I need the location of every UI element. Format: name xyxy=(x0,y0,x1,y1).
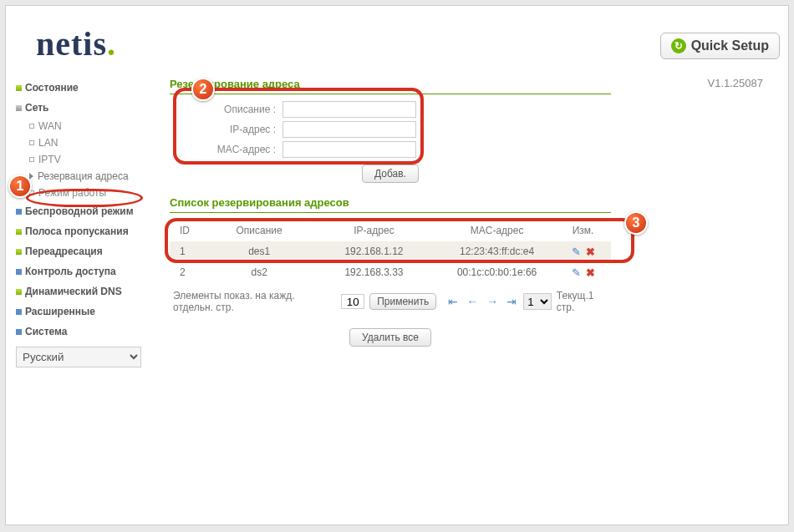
bullet-icon xyxy=(16,289,22,295)
logo: netis. xyxy=(36,24,116,63)
sidebar-sub-item[interactable]: LAN xyxy=(11,134,156,151)
pager-next-icon[interactable]: → xyxy=(485,295,500,308)
sidebar-item-label: Переадресация xyxy=(25,246,103,257)
description-input[interactable] xyxy=(282,101,416,118)
delete-all-button[interactable]: Удалить все xyxy=(349,328,431,347)
bullet-icon xyxy=(16,249,22,255)
square-icon xyxy=(29,140,34,145)
delete-icon[interactable]: ✖ xyxy=(586,246,595,258)
apply-button[interactable]: Применить xyxy=(369,293,436,310)
bullet-icon xyxy=(16,209,22,215)
sidebar-sub-label: WAN xyxy=(38,120,62,132)
sidebar-item-label: Расширенные xyxy=(25,306,95,317)
sidebar-item-label: Состояние xyxy=(25,82,79,94)
sidebar-sub-item[interactable]: WAN xyxy=(11,118,156,134)
bullet-icon xyxy=(16,85,22,91)
table-row: 1des1192.168.1.1212:23:43:ff:dc:e4✎✖ xyxy=(170,241,611,262)
edit-icon[interactable]: ✎ xyxy=(572,246,581,258)
per-page-input[interactable] xyxy=(341,294,364,309)
cell-desc: des1 xyxy=(206,246,313,258)
bullet-icon xyxy=(16,105,22,111)
quick-setup-button[interactable]: ↻ Quick Setup xyxy=(660,33,780,59)
cell-ip: 192.168.3.33 xyxy=(313,266,435,279)
label-mac: MAC-адрес : xyxy=(170,144,282,155)
table-header-row: ID Описание IP-адрес MAC-адрес Изм. xyxy=(170,220,611,241)
sidebar-item-label: Беспроводной режим xyxy=(25,205,134,217)
sidebar: СостояниеСетьWANLANIPTVРезервация адреса… xyxy=(6,63,156,367)
sidebar-item-label: Полоса пропускания xyxy=(25,225,129,237)
sidebar-sub-label: LAN xyxy=(38,137,58,149)
th-ip: IP-адрес xyxy=(313,225,435,236)
pager-first-icon[interactable]: ⇤ xyxy=(446,295,460,308)
label-description: Описание : xyxy=(170,104,282,115)
add-button[interactable]: Добав. xyxy=(362,165,419,183)
annotation-badge-3: 3 xyxy=(624,211,648,235)
ip-input[interactable] xyxy=(282,121,416,138)
per-page-label: Элементы показ. на кажд. отдельн. стр. xyxy=(173,290,336,313)
cell-id: 1 xyxy=(173,246,206,258)
annotation-badge-2: 2 xyxy=(191,78,215,101)
current-page-text: Текущ.1 стр. xyxy=(557,290,608,313)
delete-icon[interactable]: ✖ xyxy=(586,266,595,279)
sidebar-item[interactable]: Система xyxy=(11,322,156,342)
table-row: 2ds2192.168.3.3300:1c:c0:b0:1e:66✎✖ xyxy=(170,262,611,283)
bullet-icon xyxy=(16,309,22,315)
square-icon xyxy=(29,124,34,129)
sidebar-item[interactable]: Беспроводной режим xyxy=(11,201,156,221)
cell-mac: 00:1c:c0:b0:1e:66 xyxy=(435,266,558,279)
th-desc: Описание xyxy=(206,225,313,236)
bullet-icon xyxy=(16,269,22,275)
square-icon xyxy=(29,157,34,162)
mac-input[interactable] xyxy=(282,141,416,158)
sidebar-item-label: Система xyxy=(25,326,68,337)
th-act: Изм. xyxy=(558,225,608,236)
sidebar-item[interactable]: Состояние xyxy=(11,78,156,98)
sidebar-sub-label: IPTV xyxy=(38,154,61,165)
sidebar-sub-label: Резервация адреса xyxy=(38,170,129,182)
bullet-icon xyxy=(16,229,22,235)
refresh-icon: ↻ xyxy=(671,38,686,53)
quick-setup-label: Quick Setup xyxy=(691,38,769,53)
sidebar-item[interactable]: Полоса пропускания xyxy=(11,221,156,241)
sidebar-item[interactable]: Расширенные xyxy=(11,301,156,322)
main-content: Резервирование адреса Описание : IP-адре… xyxy=(156,63,624,367)
cell-mac: 12:23:43:ff:dc:e4 xyxy=(435,246,558,258)
sidebar-item-label: Сеть xyxy=(25,102,48,114)
version-text: V1.1.25087 xyxy=(707,77,763,89)
label-ip: IP-адрес : xyxy=(170,124,282,135)
page-select[interactable]: 1 xyxy=(523,293,552,310)
pager-last-icon[interactable]: ⇥ xyxy=(505,295,518,308)
cell-ip: 192.168.1.12 xyxy=(313,246,435,258)
cell-id: 2 xyxy=(173,266,206,279)
arrow-right-icon xyxy=(29,173,33,180)
sidebar-item-label: Динамический DNS xyxy=(25,286,122,297)
th-mac: MAC-адрес xyxy=(435,225,558,236)
section-reservation-title: Резервирование адреса xyxy=(170,78,611,94)
pager-prev-icon[interactable]: ← xyxy=(465,295,480,308)
sidebar-item[interactable]: Сеть xyxy=(11,98,156,118)
sidebar-sub-item[interactable]: Режим работы xyxy=(11,185,156,201)
cell-desc: ds2 xyxy=(206,266,313,279)
sidebar-sub-item[interactable]: IPTV xyxy=(11,151,156,168)
sidebar-item[interactable]: Динамический DNS xyxy=(11,281,156,301)
sidebar-sub-label: Режим работы xyxy=(38,187,106,199)
section-list-title: Список резервирования адресов xyxy=(170,196,611,213)
bullet-icon xyxy=(16,329,22,335)
edit-icon[interactable]: ✎ xyxy=(572,266,581,279)
sidebar-item[interactable]: Контроль доступа xyxy=(11,261,156,281)
sidebar-item-label: Контроль доступа xyxy=(25,266,116,277)
sidebar-sub-item[interactable]: Резервация адреса xyxy=(11,168,156,185)
language-select[interactable]: Русский xyxy=(16,347,141,367)
sidebar-item[interactable]: Переадресация xyxy=(11,241,156,261)
th-id: ID xyxy=(173,225,206,236)
annotation-badge-1: 1 xyxy=(8,175,32,198)
